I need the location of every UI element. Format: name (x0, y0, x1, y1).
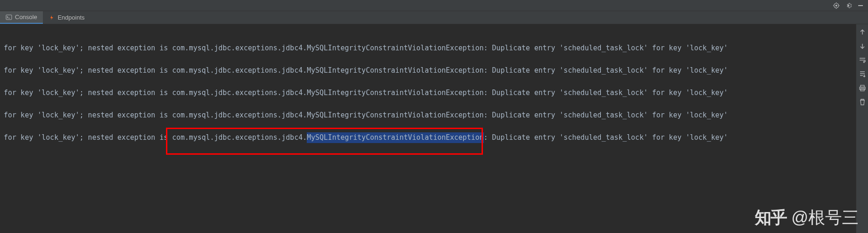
log-line: for key 'lock_key'; nested exception is … (4, 132, 852, 155)
soft-wrap-icon[interactable] (858, 56, 867, 64)
svg-point-1 (836, 5, 837, 6)
trash-icon[interactable] (858, 98, 867, 106)
svg-rect-7 (6, 15, 12, 20)
scroll-to-end-icon[interactable] (858, 70, 867, 78)
console-icon (6, 14, 12, 21)
log-line: for key 'lock_key'; nested exception is … (4, 65, 852, 88)
console-output[interactable]: for key 'lock_key'; nested exception is … (0, 24, 856, 233)
tab-console[interactable]: Console (0, 11, 43, 24)
arrow-down-icon[interactable] (858, 42, 867, 50)
tab-console-label: Console (15, 14, 37, 21)
print-icon[interactable] (858, 84, 867, 92)
main-area: for key 'lock_key'; nested exception is … (0, 24, 868, 233)
gear-icon[interactable] (845, 2, 852, 9)
minimize-icon[interactable] (857, 2, 864, 9)
log-line: for key 'lock_key'; nested exception is … (4, 110, 852, 132)
endpoints-icon (48, 14, 55, 21)
selected-exception-name: MySQLIntegrityConstraintViolationExcepti… (307, 132, 483, 143)
log-line: for key 'lock_key'; nested exception is … (4, 88, 852, 110)
log-line: for key 'lock_key'; nested exception is … (4, 43, 852, 65)
right-toolbar (856, 24, 868, 233)
tab-bar: Console Endpoints (0, 11, 868, 24)
top-toolbar (0, 0, 868, 11)
tab-endpoints[interactable]: Endpoints (43, 11, 90, 24)
tab-endpoints-label: Endpoints (58, 14, 85, 21)
target-icon[interactable] (833, 2, 840, 9)
arrow-up-icon[interactable] (858, 28, 867, 36)
